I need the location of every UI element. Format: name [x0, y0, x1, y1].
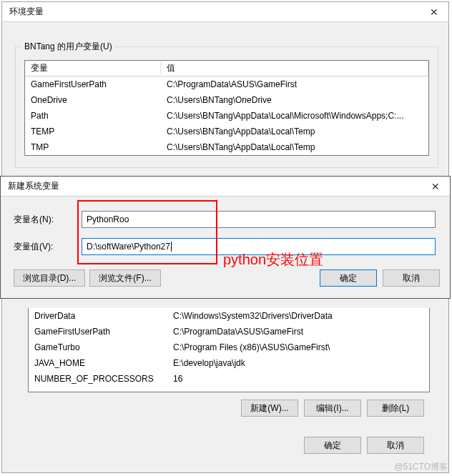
table-row[interactable]: GameFirstUserPathC:\ProgramData\ASUS\Gam… — [29, 324, 429, 339]
system-buttons-row: 新建(W)... 编辑(I)... 删除(L) — [24, 400, 424, 417]
table-row[interactable]: OneDriveC:\Users\BNTang\OneDrive — [25, 92, 428, 108]
cancel-button[interactable]: 取消 — [367, 437, 424, 454]
ok-button[interactable]: 确定 — [304, 437, 361, 454]
user-variables-group: BNTang 的用户变量(U) 变量 值 GameFirstUserPathC:… — [15, 46, 438, 168]
variable-name-row: 变量名(N): — [14, 211, 438, 228]
close-icon[interactable]: ✕ — [420, 2, 448, 22]
table-row[interactable]: GameTurboC:\Program Files (x86)\ASUS\Gam… — [29, 339, 429, 355]
main-buttons-row: 确定 取消 — [24, 437, 424, 454]
watermark-text: @51CTO博客 — [394, 461, 448, 473]
text-caret — [171, 242, 172, 252]
variable-name-label: 变量名(N): — [14, 214, 82, 226]
table-row[interactable]: JAVA_HOMEE:\develop\java\jdk — [29, 355, 429, 371]
newvar-title: 新建系统变量 — [8, 180, 59, 192]
variable-value-input[interactable]: D:\softWare\Python27 — [82, 238, 436, 255]
env-titlebar: 环境变量 ✕ — [2, 2, 448, 22]
col-value: 值 — [161, 62, 428, 74]
system-variables-table[interactable]: DriverDataC:\Windows\System32\Drivers\Dr… — [28, 308, 430, 392]
variable-value-label: 变量值(V): — [14, 241, 82, 253]
table-header: 变量 值 — [25, 61, 428, 76]
user-variables-table[interactable]: 变量 值 GameFirstUserPathC:\ProgramData\ASU… — [24, 60, 429, 156]
delete-system-var-button[interactable]: 删除(L) — [367, 400, 424, 417]
edit-system-var-button[interactable]: 编辑(I)... — [304, 400, 361, 417]
browse-buttons-row: 浏览目录(D)... 浏览文件(F)... — [9, 269, 161, 287]
table-row[interactable]: TEMPC:\Users\BNTang\AppData\Local\Temp — [25, 124, 428, 139]
table-row[interactable]: GameFirstUserPathC:\ProgramData\ASUS\Gam… — [25, 76, 428, 92]
new-system-variable-dialog: 新建系统变量 ✕ 变量名(N): 变量值(V): D:\softWare\Pyt… — [0, 176, 451, 299]
new-system-var-button[interactable]: 新建(W)... — [241, 400, 298, 417]
table-row[interactable]: PathC:\Users\BNTang\AppData\Local\Micros… — [25, 108, 428, 124]
close-icon[interactable]: ✕ — [421, 177, 450, 197]
browse-file-button[interactable]: 浏览文件(F)... — [89, 269, 161, 287]
user-group-label: BNTang 的用户变量(U) — [21, 41, 115, 53]
variable-name-input[interactable] — [82, 211, 436, 228]
ok-button[interactable]: 确定 — [320, 269, 377, 287]
env-title: 环境变量 — [9, 6, 44, 18]
table-row[interactable]: NUMBER_OF_PROCESSORS16 — [29, 371, 429, 387]
browse-directory-button[interactable]: 浏览目录(D)... — [14, 269, 85, 287]
table-row[interactable]: DriverDataC:\Windows\System32\Drivers\Dr… — [29, 308, 429, 324]
col-variable: 变量 — [25, 62, 161, 74]
dialog-action-buttons: 确定 取消 — [314, 269, 440, 287]
table-row[interactable]: TMPC:\Users\BNTang\AppData\Local\Temp — [25, 139, 428, 155]
newvar-titlebar: 新建系统变量 ✕ — [1, 177, 450, 197]
variable-value-row: 变量值(V): D:\softWare\Python27 — [14, 238, 438, 255]
cancel-button[interactable]: 取消 — [383, 269, 440, 287]
